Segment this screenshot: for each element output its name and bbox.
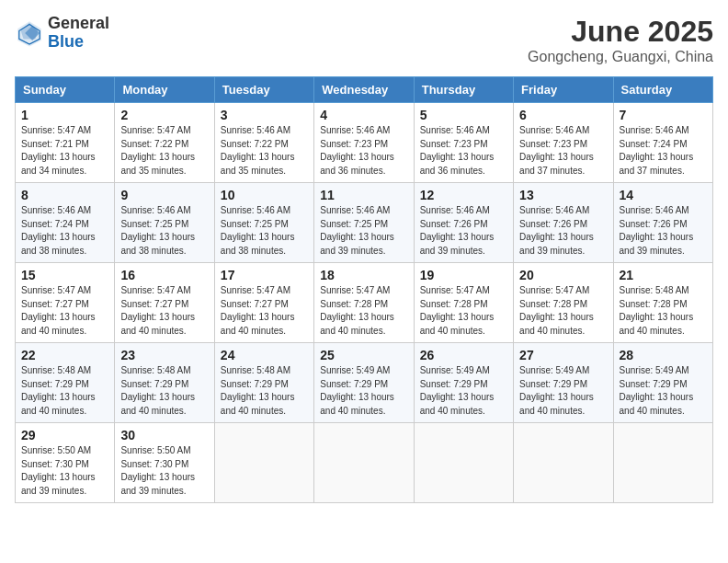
calendar-cell: 18Sunrise: 5:47 AM Sunset: 7:28 PM Dayli… xyxy=(314,263,414,343)
calendar-cell: 25Sunrise: 5:49 AM Sunset: 7:29 PM Dayli… xyxy=(314,343,414,423)
day-number: 22 xyxy=(21,348,108,362)
day-info: Sunrise: 5:47 AM Sunset: 7:28 PM Dayligh… xyxy=(420,284,507,338)
day-number: 25 xyxy=(320,348,407,362)
logo-blue-text: Blue xyxy=(48,33,109,52)
day-header-thursday: Thursday xyxy=(414,77,513,103)
calendar-cell: 1Sunrise: 5:47 AM Sunset: 7:21 PM Daylig… xyxy=(16,103,115,183)
day-info: Sunrise: 5:46 AM Sunset: 7:25 PM Dayligh… xyxy=(120,204,208,258)
calendar-cell: 17Sunrise: 5:47 AM Sunset: 7:27 PM Dayli… xyxy=(214,263,313,343)
calendar-cell: 15Sunrise: 5:47 AM Sunset: 7:27 PM Dayli… xyxy=(16,263,115,343)
day-number: 13 xyxy=(519,188,607,202)
day-info: Sunrise: 5:49 AM Sunset: 7:29 PM Dayligh… xyxy=(620,364,707,418)
day-info: Sunrise: 5:46 AM Sunset: 7:26 PM Dayligh… xyxy=(519,204,607,258)
title-section: June 2025 Gongcheng, Guangxi, China xyxy=(528,15,713,65)
calendar-cell: 20Sunrise: 5:47 AM Sunset: 7:28 PM Dayli… xyxy=(514,263,613,343)
calendar-cell: 11Sunrise: 5:46 AM Sunset: 7:25 PM Dayli… xyxy=(314,183,414,263)
day-number: 14 xyxy=(620,188,707,202)
calendar-cell: 9Sunrise: 5:46 AM Sunset: 7:25 PM Daylig… xyxy=(115,183,214,263)
calendar-cell xyxy=(414,423,513,503)
day-number: 4 xyxy=(320,108,407,122)
logo-general-text: General xyxy=(48,15,109,33)
calendar-cell: 27Sunrise: 5:49 AM Sunset: 7:29 PM Dayli… xyxy=(514,343,613,423)
day-number: 3 xyxy=(221,108,308,122)
day-number: 10 xyxy=(221,188,308,202)
calendar-cell: 3Sunrise: 5:46 AM Sunset: 7:22 PM Daylig… xyxy=(214,103,313,183)
day-info: Sunrise: 5:46 AM Sunset: 7:23 PM Dayligh… xyxy=(420,124,507,178)
calendar-cell: 2Sunrise: 5:47 AM Sunset: 7:22 PM Daylig… xyxy=(115,103,214,183)
calendar-cell: 12Sunrise: 5:46 AM Sunset: 7:26 PM Dayli… xyxy=(414,183,513,263)
day-info: Sunrise: 5:48 AM Sunset: 7:29 PM Dayligh… xyxy=(120,364,208,418)
calendar-cell: 24Sunrise: 5:48 AM Sunset: 7:29 PM Dayli… xyxy=(214,343,313,423)
day-info: Sunrise: 5:47 AM Sunset: 7:27 PM Dayligh… xyxy=(21,284,108,338)
day-info: Sunrise: 5:46 AM Sunset: 7:26 PM Dayligh… xyxy=(420,204,507,258)
day-info: Sunrise: 5:47 AM Sunset: 7:27 PM Dayligh… xyxy=(221,284,308,338)
calendar-cell: 29Sunrise: 5:50 AM Sunset: 7:30 PM Dayli… xyxy=(16,423,115,503)
calendar-week-3: 15Sunrise: 5:47 AM Sunset: 7:27 PM Dayli… xyxy=(16,263,713,343)
header: General Blue June 2025 Gongcheng, Guangx… xyxy=(15,15,713,65)
day-info: Sunrise: 5:49 AM Sunset: 7:29 PM Dayligh… xyxy=(519,364,607,418)
calendar: SundayMondayTuesdayWednesdayThursdayFrid… xyxy=(15,76,713,503)
day-info: Sunrise: 5:49 AM Sunset: 7:29 PM Dayligh… xyxy=(320,364,407,418)
calendar-cell xyxy=(214,423,313,503)
day-header-tuesday: Tuesday xyxy=(214,77,313,103)
day-number: 23 xyxy=(120,348,208,362)
day-number: 30 xyxy=(120,428,208,442)
day-header-monday: Monday xyxy=(115,77,214,103)
day-number: 26 xyxy=(420,348,507,362)
calendar-cell: 7Sunrise: 5:46 AM Sunset: 7:24 PM Daylig… xyxy=(613,103,712,183)
calendar-cell: 30Sunrise: 5:50 AM Sunset: 7:30 PM Dayli… xyxy=(115,423,214,503)
day-number: 1 xyxy=(21,108,108,122)
day-number: 21 xyxy=(620,268,707,282)
day-info: Sunrise: 5:46 AM Sunset: 7:25 PM Dayligh… xyxy=(221,204,308,258)
day-number: 5 xyxy=(420,108,507,122)
calendar-cell: 21Sunrise: 5:48 AM Sunset: 7:28 PM Dayli… xyxy=(613,263,712,343)
logo-icon xyxy=(15,18,44,48)
day-info: Sunrise: 5:48 AM Sunset: 7:29 PM Dayligh… xyxy=(21,364,108,418)
calendar-cell: 26Sunrise: 5:49 AM Sunset: 7:29 PM Dayli… xyxy=(414,343,513,423)
location: Gongcheng, Guangxi, China xyxy=(528,49,713,65)
day-number: 15 xyxy=(21,268,108,282)
day-header-friday: Friday xyxy=(514,77,613,103)
day-number: 20 xyxy=(519,268,607,282)
calendar-cell: 16Sunrise: 5:47 AM Sunset: 7:27 PM Dayli… xyxy=(115,263,214,343)
day-info: Sunrise: 5:46 AM Sunset: 7:24 PM Dayligh… xyxy=(21,204,108,258)
day-number: 11 xyxy=(320,188,407,202)
calendar-cell: 28Sunrise: 5:49 AM Sunset: 7:29 PM Dayli… xyxy=(613,343,712,423)
day-number: 19 xyxy=(420,268,507,282)
calendar-cell: 23Sunrise: 5:48 AM Sunset: 7:29 PM Dayli… xyxy=(115,343,214,423)
calendar-cell: 14Sunrise: 5:46 AM Sunset: 7:26 PM Dayli… xyxy=(613,183,712,263)
calendar-cell xyxy=(314,423,414,503)
day-info: Sunrise: 5:47 AM Sunset: 7:21 PM Dayligh… xyxy=(21,124,108,178)
calendar-cell: 13Sunrise: 5:46 AM Sunset: 7:26 PM Dayli… xyxy=(514,183,613,263)
calendar-cell: 8Sunrise: 5:46 AM Sunset: 7:24 PM Daylig… xyxy=(16,183,115,263)
day-info: Sunrise: 5:50 AM Sunset: 7:30 PM Dayligh… xyxy=(21,444,108,498)
day-number: 9 xyxy=(120,188,208,202)
day-info: Sunrise: 5:49 AM Sunset: 7:29 PM Dayligh… xyxy=(420,364,507,418)
day-info: Sunrise: 5:48 AM Sunset: 7:28 PM Dayligh… xyxy=(620,284,707,338)
day-number: 27 xyxy=(519,348,607,362)
day-number: 29 xyxy=(21,428,108,442)
day-number: 7 xyxy=(620,108,707,122)
calendar-cell: 22Sunrise: 5:48 AM Sunset: 7:29 PM Dayli… xyxy=(16,343,115,423)
day-info: Sunrise: 5:46 AM Sunset: 7:26 PM Dayligh… xyxy=(620,204,707,258)
day-number: 18 xyxy=(320,268,407,282)
calendar-header-row: SundayMondayTuesdayWednesdayThursdayFrid… xyxy=(16,77,713,103)
day-info: Sunrise: 5:47 AM Sunset: 7:22 PM Dayligh… xyxy=(120,124,208,178)
calendar-cell: 10Sunrise: 5:46 AM Sunset: 7:25 PM Dayli… xyxy=(214,183,313,263)
calendar-cell: 19Sunrise: 5:47 AM Sunset: 7:28 PM Dayli… xyxy=(414,263,513,343)
day-info: Sunrise: 5:46 AM Sunset: 7:24 PM Dayligh… xyxy=(620,124,707,178)
logo-text: General Blue xyxy=(48,15,109,52)
day-info: Sunrise: 5:48 AM Sunset: 7:29 PM Dayligh… xyxy=(221,364,308,418)
calendar-cell: 5Sunrise: 5:46 AM Sunset: 7:23 PM Daylig… xyxy=(414,103,513,183)
calendar-cell: 6Sunrise: 5:46 AM Sunset: 7:23 PM Daylig… xyxy=(514,103,613,183)
day-number: 28 xyxy=(620,348,707,362)
day-info: Sunrise: 5:50 AM Sunset: 7:30 PM Dayligh… xyxy=(120,444,208,498)
day-header-saturday: Saturday xyxy=(613,77,712,103)
day-info: Sunrise: 5:46 AM Sunset: 7:25 PM Dayligh… xyxy=(320,204,407,258)
day-info: Sunrise: 5:47 AM Sunset: 7:28 PM Dayligh… xyxy=(320,284,407,338)
day-info: Sunrise: 5:46 AM Sunset: 7:22 PM Dayligh… xyxy=(221,124,308,178)
calendar-week-2: 8Sunrise: 5:46 AM Sunset: 7:24 PM Daylig… xyxy=(16,183,713,263)
day-number: 12 xyxy=(420,188,507,202)
day-number: 16 xyxy=(120,268,208,282)
logo: General Blue xyxy=(15,15,109,52)
